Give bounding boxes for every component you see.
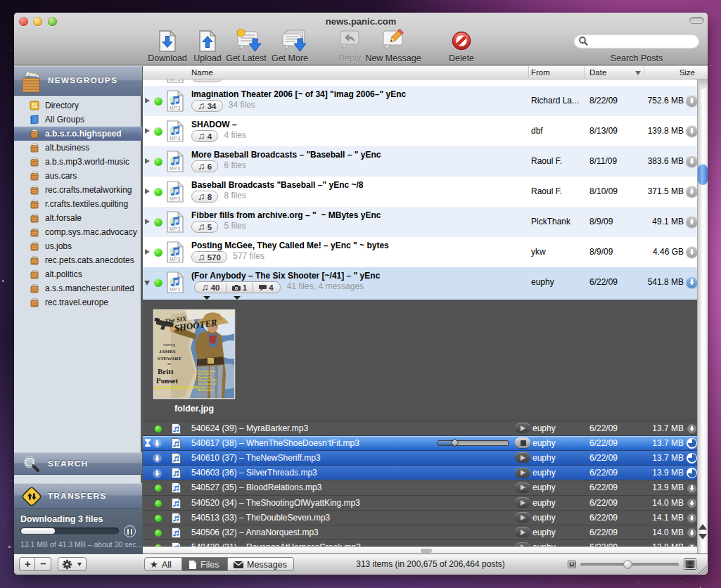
svg-text:JAMES: JAMES [159, 349, 176, 354]
svg-text:Complete Show: Complete Show [198, 370, 216, 373]
svg-text:Britt: Britt [158, 367, 174, 376]
svg-text:Ponset: Ponset [156, 376, 179, 385]
svg-text:OLD TIME RADIO IN MP3: OLD TIME RADIO IN MP3 [154, 385, 198, 390]
svg-text:For Listeners Of: For Listeners Of [198, 383, 217, 385]
svg-text:Run in MP3: Run in MP3 [198, 373, 211, 376]
svg-text:Chicago, IL 1953: Chicago, IL 1953 [198, 379, 217, 382]
svg-text:MP3 Hardware: MP3 Hardware [198, 389, 214, 392]
svg-text:STEWART: STEWART [158, 356, 181, 362]
svg-text:Recorded At: Recorded At [198, 376, 212, 379]
svg-text:as: as [167, 362, 172, 366]
svg-text:starring: starring [163, 343, 175, 347]
svg-text:All Ages of: All Ages of [198, 386, 210, 389]
